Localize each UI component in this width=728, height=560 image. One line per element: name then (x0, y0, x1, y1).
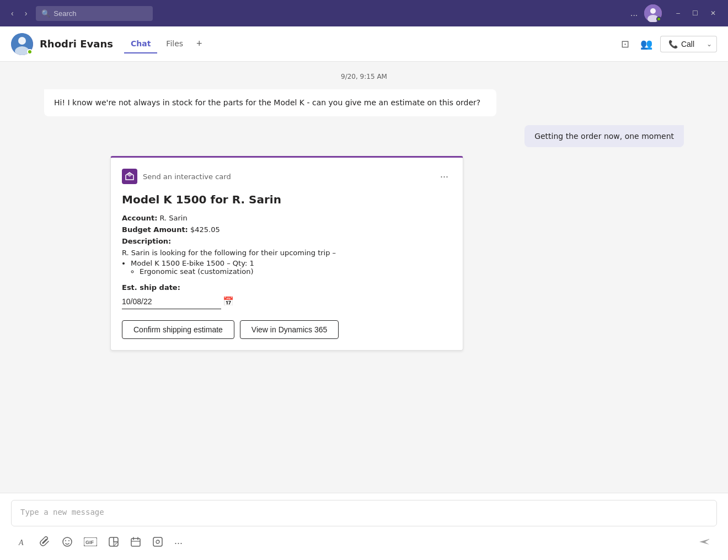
ship-date-input[interactable] (122, 297, 218, 306)
svg-rect-15 (131, 539, 140, 546)
format-button[interactable]: A (13, 533, 33, 553)
outgoing-message-container: Getting the order now, one moment (0, 125, 728, 147)
title-bar-actions: ... (626, 4, 662, 22)
card-more-button[interactable]: ··· (437, 170, 452, 184)
search-input[interactable] (36, 6, 153, 21)
est-ship-label: Est. ship date: (122, 283, 452, 292)
card-header-label: Send an interactive card (143, 173, 231, 181)
chat-user-name: Rhodri Evans (40, 38, 113, 50)
budget-value: $425.05 (190, 225, 220, 234)
svg-point-4 (18, 37, 26, 45)
chat-tabs: Chat Files + (124, 35, 207, 53)
date-field: 📅 (122, 296, 221, 309)
nav-buttons: ‹ › (7, 6, 31, 21)
close-button[interactable]: ✕ (705, 7, 721, 19)
call-dropdown-button[interactable]: ⌄ (702, 36, 717, 52)
user-status-dot (27, 49, 33, 55)
card-sub-list: Ergonomic seat (customization) (140, 267, 452, 276)
gif-button[interactable]: GIF (79, 534, 101, 552)
header-right: ⊡ 👥 📞 Call ⌄ (618, 35, 717, 53)
card-budget: Budget Amount: $425.05 (122, 225, 452, 234)
svg-point-10 (65, 540, 66, 541)
description-text: R. Sarin is looking for the following fo… (122, 249, 452, 257)
message-input-area: A GIF (0, 493, 728, 560)
svg-text:A: A (18, 539, 24, 547)
account-label: Account: (122, 214, 157, 222)
card-account: Account: R. Sarin (122, 214, 452, 222)
card-list: Model K 1500 E-bike 1500 – Qty: 1 Ergono… (131, 259, 452, 276)
phone-icon: 📞 (668, 40, 678, 49)
user-avatar (11, 33, 33, 55)
card-header-left: Send an interactive card (122, 169, 231, 184)
budget-label: Budget Amount: (122, 225, 188, 234)
more-tools-button[interactable]: ··· (170, 534, 187, 552)
card-actions: Confirm shipping estimate View in Dynami… (122, 320, 452, 339)
message-input[interactable] (11, 500, 717, 526)
account-value: R. Sarin (159, 214, 187, 222)
svg-point-11 (68, 540, 69, 541)
sticker-button[interactable] (104, 533, 124, 553)
popout-icon[interactable]: ⊡ (618, 35, 633, 53)
svg-rect-19 (153, 537, 162, 546)
maximize-button[interactable]: ☐ (687, 7, 704, 19)
card-header: Send an interactive card ··· (122, 169, 452, 184)
loop-button[interactable] (148, 533, 168, 553)
message-timestamp: 9/20, 9:15 AM (0, 73, 728, 80)
title-bar: ‹ › 🔍 ... – ☐ ✕ (0, 0, 728, 26)
svg-text:GIF: GIF (85, 540, 94, 545)
description-label: Description: (122, 237, 452, 245)
people-icon[interactable]: 👥 (637, 35, 656, 53)
sub-list-item-1: Ergonomic seat (customization) (140, 267, 452, 276)
forward-button[interactable]: › (20, 6, 32, 21)
confirm-shipping-button[interactable]: Confirm shipping estimate (122, 320, 234, 339)
minimize-button[interactable]: – (671, 7, 686, 19)
view-dynamics-button[interactable]: View in Dynamics 365 (240, 320, 339, 339)
outgoing-message: Getting the order now, one moment (524, 125, 684, 147)
search-icon: 🔍 (41, 9, 50, 18)
back-button[interactable]: ‹ (7, 6, 18, 21)
list-item-1: Model K 1500 E-bike 1500 – Qty: 1 Ergono… (131, 259, 452, 276)
card-app-icon (122, 169, 137, 184)
incoming-message: Hi! I know we're not always in stock for… (44, 89, 496, 116)
send-button[interactable] (694, 533, 715, 553)
message-toolbar: A GIF (11, 529, 717, 553)
search-wrapper: 🔍 (36, 6, 267, 21)
call-label: Call (681, 40, 694, 49)
user-avatar-titlebar[interactable] (644, 4, 662, 22)
chat-header: Rhodri Evans Chat Files + ⊡ 👥 📞 Call ⌄ (0, 26, 728, 62)
svg-point-9 (63, 537, 72, 546)
chat-area: 9/20, 9:15 AM Hi! I know we're not alway… (0, 62, 728, 493)
window-controls: – ☐ ✕ (671, 7, 721, 19)
emoji-button[interactable] (57, 533, 77, 553)
attach-button[interactable] (35, 533, 55, 553)
svg-point-20 (156, 540, 159, 543)
more-options-button[interactable]: ... (626, 5, 642, 21)
add-tab-button[interactable]: + (192, 36, 207, 52)
call-button[interactable]: 📞 Call (660, 36, 702, 52)
schedule-button[interactable] (126, 533, 146, 553)
svg-point-1 (650, 8, 656, 14)
svg-marker-7 (127, 173, 132, 177)
interactive-card: Send an interactive card ··· Model K 150… (110, 156, 463, 351)
card-title: Model K 1500 for R. Sarin (122, 193, 452, 206)
tab-files[interactable]: Files (159, 35, 190, 53)
tab-chat[interactable]: Chat (124, 35, 157, 53)
calendar-icon[interactable]: 📅 (223, 296, 234, 306)
call-group: 📞 Call ⌄ (660, 36, 717, 52)
